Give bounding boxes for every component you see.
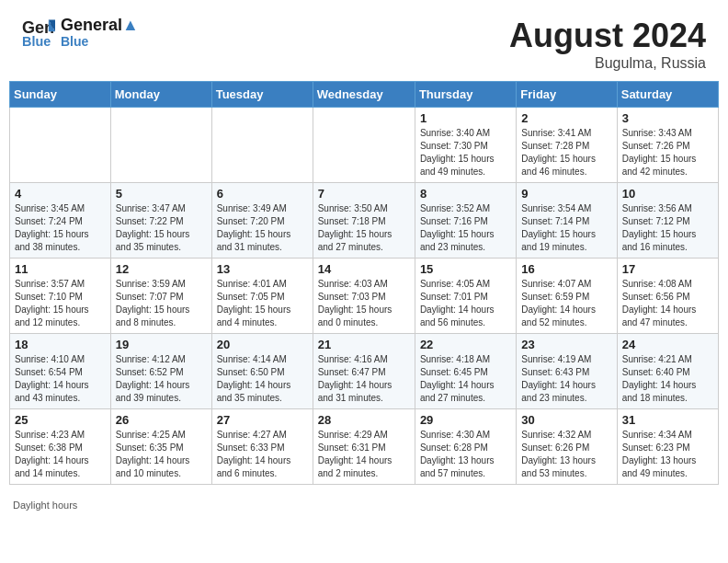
day-info: Sunrise: 3:43 AM Sunset: 7:26 PM Dayligh…	[622, 127, 713, 178]
calendar-cell: 25Sunrise: 4:23 AM Sunset: 6:38 PM Dayli…	[10, 409, 111, 485]
day-info: Sunrise: 3:50 AM Sunset: 7:18 PM Dayligh…	[318, 202, 410, 254]
day-info: Sunrise: 3:40 AM Sunset: 7:30 PM Dayligh…	[420, 127, 511, 178]
day-info: Sunrise: 4:12 AM Sunset: 6:52 PM Dayligh…	[116, 353, 207, 405]
day-number: 2	[521, 111, 611, 125]
calendar-cell: 7Sunrise: 3:50 AM Sunset: 7:18 PM Daylig…	[313, 183, 415, 259]
day-number: 5	[116, 187, 207, 201]
calendar-cell: 19Sunrise: 4:12 AM Sunset: 6:52 PM Dayli…	[110, 334, 211, 409]
calendar-cell: 10Sunrise: 3:56 AM Sunset: 7:12 PM Dayli…	[617, 183, 718, 259]
day-number: 9	[521, 187, 611, 201]
day-info: Sunrise: 4:03 AM Sunset: 7:03 PM Dayligh…	[318, 278, 410, 329]
day-info: Sunrise: 3:57 AM Sunset: 7:10 PM Dayligh…	[15, 278, 106, 329]
calendar-cell: 23Sunrise: 4:19 AM Sunset: 6:43 PM Dayli…	[517, 334, 617, 409]
day-number: 24	[622, 338, 713, 351]
day-number: 22	[420, 338, 511, 351]
calendar-cell: 2Sunrise: 3:41 AM Sunset: 7:28 PM Daylig…	[517, 108, 617, 183]
month-year-title: August 2024	[509, 17, 706, 55]
calendar-week-row: 4Sunrise: 3:45 AM Sunset: 7:24 PM Daylig…	[10, 183, 719, 259]
day-number: 7	[318, 187, 410, 201]
day-number: 28	[318, 413, 410, 427]
calendar-cell: 16Sunrise: 4:07 AM Sunset: 6:59 PM Dayli…	[517, 259, 617, 334]
day-info: Sunrise: 4:16 AM Sunset: 6:47 PM Dayligh…	[318, 353, 410, 405]
day-info: Sunrise: 3:56 AM Sunset: 7:12 PM Dayligh…	[622, 202, 713, 254]
calendar-week-row: 25Sunrise: 4:23 AM Sunset: 6:38 PM Dayli…	[10, 409, 719, 485]
calendar-cell: 24Sunrise: 4:21 AM Sunset: 6:40 PM Dayli…	[617, 334, 718, 409]
calendar-cell: 31Sunrise: 4:34 AM Sunset: 6:23 PM Dayli…	[617, 409, 718, 485]
calendar-cell: 22Sunrise: 4:18 AM Sunset: 6:45 PM Dayli…	[415, 334, 516, 409]
day-number: 6	[217, 187, 308, 201]
calendar-cell	[313, 108, 415, 183]
footer: Daylight hours	[0, 494, 728, 516]
calendar-cell: 14Sunrise: 4:03 AM Sunset: 7:03 PM Dayli…	[313, 259, 415, 334]
day-number: 14	[318, 262, 410, 276]
day-info: Sunrise: 3:52 AM Sunset: 7:16 PM Dayligh…	[420, 202, 511, 254]
day-info: Sunrise: 4:07 AM Sunset: 6:59 PM Dayligh…	[521, 278, 611, 329]
calendar-wrapper: Sunday Monday Tuesday Wednesday Thursday…	[0, 81, 728, 494]
day-number: 11	[15, 262, 106, 276]
col-friday: Friday	[517, 82, 617, 108]
day-info: Sunrise: 3:59 AM Sunset: 7:07 PM Dayligh…	[116, 278, 207, 329]
calendar-cell: 29Sunrise: 4:30 AM Sunset: 6:28 PM Dayli…	[415, 409, 516, 485]
day-number: 1	[420, 111, 511, 125]
calendar-cell	[211, 108, 313, 183]
day-number: 10	[622, 187, 713, 201]
day-number: 21	[318, 338, 410, 351]
calendar-table: Sunday Monday Tuesday Wednesday Thursday…	[9, 81, 719, 485]
day-info: Sunrise: 4:27 AM Sunset: 6:33 PM Dayligh…	[217, 429, 308, 480]
day-info: Sunrise: 4:05 AM Sunset: 7:01 PM Dayligh…	[420, 278, 511, 329]
col-tuesday: Tuesday	[211, 82, 313, 108]
day-number: 18	[15, 338, 106, 351]
day-info: Sunrise: 4:19 AM Sunset: 6:43 PM Dayligh…	[521, 353, 611, 405]
title-block: August 2024 Bugulma, Russia	[509, 17, 706, 72]
day-number: 31	[622, 413, 713, 427]
day-info: Sunrise: 3:41 AM Sunset: 7:28 PM Dayligh…	[521, 127, 611, 178]
logo-text: General▲ Blue	[61, 17, 139, 49]
calendar-cell: 4Sunrise: 3:45 AM Sunset: 7:24 PM Daylig…	[10, 183, 111, 259]
col-sunday: Sunday	[10, 82, 111, 108]
calendar-cell: 6Sunrise: 3:49 AM Sunset: 7:20 PM Daylig…	[211, 183, 313, 259]
daylight-label: Daylight hours	[13, 500, 77, 511]
day-info: Sunrise: 4:32 AM Sunset: 6:26 PM Dayligh…	[521, 429, 611, 480]
day-info: Sunrise: 4:01 AM Sunset: 7:05 PM Dayligh…	[217, 278, 308, 329]
calendar-cell: 3Sunrise: 3:43 AM Sunset: 7:26 PM Daylig…	[617, 108, 718, 183]
col-wednesday: Wednesday	[313, 82, 415, 108]
day-number: 19	[116, 338, 207, 351]
calendar-cell: 9Sunrise: 3:54 AM Sunset: 7:14 PM Daylig…	[517, 183, 617, 259]
day-number: 15	[420, 262, 511, 276]
day-info: Sunrise: 4:23 AM Sunset: 6:38 PM Dayligh…	[15, 429, 106, 480]
calendar-week-row: 11Sunrise: 3:57 AM Sunset: 7:10 PM Dayli…	[10, 259, 719, 334]
day-number: 13	[217, 262, 308, 276]
logo: General Blue General▲ Blue	[22, 17, 139, 50]
day-number: 30	[521, 413, 611, 427]
day-number: 16	[521, 262, 611, 276]
calendar-cell: 18Sunrise: 4:10 AM Sunset: 6:54 PM Dayli…	[10, 334, 111, 409]
day-info: Sunrise: 4:29 AM Sunset: 6:31 PM Dayligh…	[318, 429, 410, 480]
col-saturday: Saturday	[617, 82, 718, 108]
calendar-header: Sunday Monday Tuesday Wednesday Thursday…	[10, 82, 719, 108]
day-number: 4	[15, 187, 106, 201]
calendar-cell: 13Sunrise: 4:01 AM Sunset: 7:05 PM Dayli…	[211, 259, 313, 334]
day-info: Sunrise: 4:14 AM Sunset: 6:50 PM Dayligh…	[217, 353, 308, 405]
day-info: Sunrise: 4:25 AM Sunset: 6:35 PM Dayligh…	[116, 429, 207, 480]
days-of-week-row: Sunday Monday Tuesday Wednesday Thursday…	[10, 82, 719, 108]
page-header: General Blue General▲ Blue August 2024 B…	[0, 0, 728, 81]
calendar-cell: 15Sunrise: 4:05 AM Sunset: 7:01 PM Dayli…	[415, 259, 516, 334]
calendar-week-row: 1Sunrise: 3:40 AM Sunset: 7:30 PM Daylig…	[10, 108, 719, 183]
calendar-cell: 30Sunrise: 4:32 AM Sunset: 6:26 PM Dayli…	[517, 409, 617, 485]
day-info: Sunrise: 3:45 AM Sunset: 7:24 PM Dayligh…	[15, 202, 106, 254]
calendar-cell: 28Sunrise: 4:29 AM Sunset: 6:31 PM Dayli…	[313, 409, 415, 485]
day-info: Sunrise: 4:08 AM Sunset: 6:56 PM Dayligh…	[622, 278, 713, 329]
day-number: 23	[521, 338, 611, 351]
day-info: Sunrise: 4:30 AM Sunset: 6:28 PM Dayligh…	[420, 429, 511, 480]
calendar-cell: 21Sunrise: 4:16 AM Sunset: 6:47 PM Dayli…	[313, 334, 415, 409]
logo-icon: General Blue	[22, 17, 55, 50]
calendar-cell: 12Sunrise: 3:59 AM Sunset: 7:07 PM Dayli…	[110, 259, 211, 334]
calendar-cell: 26Sunrise: 4:25 AM Sunset: 6:35 PM Dayli…	[110, 409, 211, 485]
calendar-cell: 8Sunrise: 3:52 AM Sunset: 7:16 PM Daylig…	[415, 183, 516, 259]
day-number: 8	[420, 187, 511, 201]
day-number: 25	[15, 413, 106, 427]
day-info: Sunrise: 3:47 AM Sunset: 7:22 PM Dayligh…	[116, 202, 207, 254]
calendar-cell: 27Sunrise: 4:27 AM Sunset: 6:33 PM Dayli…	[211, 409, 313, 485]
day-number: 20	[217, 338, 308, 351]
calendar-week-row: 18Sunrise: 4:10 AM Sunset: 6:54 PM Dayli…	[10, 334, 719, 409]
